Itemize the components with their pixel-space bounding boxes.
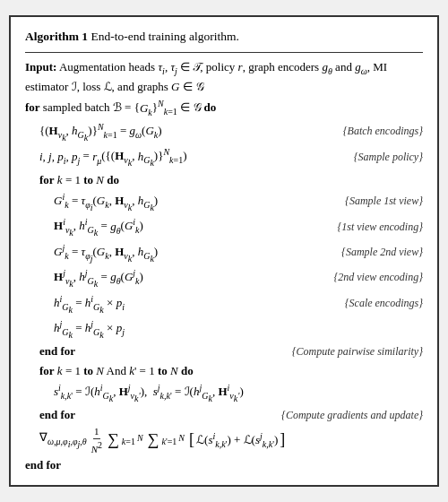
comment-gradients: {Compute gradients and update} — [281, 407, 423, 424]
for-kk-prime-text: for k = 1 to N And k' = 1 to N do — [39, 362, 423, 380]
skk-prime-line: sik,k' = ℐ(hiGk, Hjvk'), sjk,k' = ℐ(hjGk… — [25, 381, 423, 405]
gk-i-text: Gik = τφi(Gk, Hvk, hGk) — [54, 190, 338, 214]
algorithm-box: Algorithm 1 End-to-end training algorith… — [9, 15, 439, 486]
for-batch-line: for sampled batch ℬ = {Gk}Nk=1 ∈ 𝒢 do — [25, 97, 423, 118]
sample-policy-text: i, j, pi, pj = rμ({(Hvk, hGk)}Nk=1) — [39, 145, 347, 169]
for-k-line: for k = 1 to N do — [25, 171, 423, 189]
gk-j-line: Gjk = τφj(Gk, Hvk, hGk) {Sample 2nd view… — [25, 241, 423, 265]
algorithm-description: End-to-end training algorithm. — [91, 30, 239, 43]
input-line: Input: Augmentation heads τi, τj ∈ 𝒯, po… — [25, 58, 423, 96]
hgk-i-scale-line: hiGk = hiGk × pi {Scale encodings} — [25, 292, 423, 316]
end-for-kk-prime-line: end for {Compute gradients and update} — [25, 406, 423, 424]
sample-policy-line: i, j, pi, pj = rμ({(Hvk, hGk)}Nk=1) {Sam… — [25, 145, 423, 169]
gk-i-line: Gik = τφi(Gk, Hvk, hGk) {Sample 1st view… — [25, 190, 423, 214]
hvk-j-text: Hjvk, hjGk = gθ(Gjk) — [54, 266, 326, 290]
algorithm-header: Algorithm 1 End-to-end training algorith… — [25, 28, 423, 53]
end-for-outer-line: end for — [25, 456, 423, 474]
for-k-text: for k = 1 to N do — [39, 171, 423, 189]
comment-1st-view-encoding: {1st view encoding} — [337, 219, 423, 236]
comment-scale-encoding: {Scale encodings} — [345, 295, 423, 312]
gradient-text: ∇ω,μ,φi,φj,θ 1 N2 ∑ k=1 N ∑ k'=1 N [ ℒ(s… — [39, 425, 423, 454]
end-for-inner-text: end for — [39, 342, 285, 360]
hgk-j-scale-text: hjGk = hjGk × pj — [54, 317, 423, 342]
for-kk-prime-line: for k = 1 to N And k' = 1 to N do — [25, 362, 423, 380]
input-text: Input: Augmentation heads τi, τj ∈ 𝒯, po… — [25, 58, 423, 96]
skk-prime-text: sik,k' = ℐ(hiGk, Hjvk'), sjk,k' = ℐ(hjGk… — [54, 381, 423, 405]
end-for-outer-text: end for — [25, 456, 423, 474]
comment-batch-encoding: {Batch encodings} — [343, 123, 423, 140]
algorithm-title: Algorithm 1 — [25, 30, 88, 43]
comment-pairwise: {Compute pairwise similarity} — [292, 343, 423, 360]
batch-encoding-text: {(Hvk, hGk)}Nk=1 = gω(Gk) — [39, 120, 336, 144]
hvk-i-line: Hivk, hiGk = gθ(Gik) {1st view encoding} — [25, 215, 423, 239]
for-batch-text: for sampled batch ℬ = {Gk}Nk=1 ∈ 𝒢 do — [25, 97, 423, 118]
gk-j-text: Gjk = τφj(Gk, Hvk, hGk) — [54, 241, 334, 265]
gradient-line: ∇ω,μ,φi,φj,θ 1 N2 ∑ k=1 N ∑ k'=1 N [ ℒ(s… — [25, 425, 423, 454]
hvk-i-text: Hivk, hiGk = gθ(Gik) — [54, 215, 330, 239]
end-for-inner-line: end for {Compute pairwise similarity} — [25, 342, 423, 360]
end-for-kk-prime-text: end for — [39, 406, 274, 424]
algorithm-content: Input: Augmentation heads τi, τj ∈ 𝒯, po… — [25, 58, 423, 473]
comment-sample-1st-view: {Sample 1st view} — [345, 193, 423, 210]
comment-sample-policy: {Sample policy} — [354, 149, 423, 166]
comment-sample-2nd-view: {Sample 2nd view} — [341, 244, 423, 261]
comment-2nd-view-encoding: {2nd view encoding} — [333, 269, 423, 286]
hvk-j-line: Hjvk, hjGk = gθ(Gjk) {2nd view encoding} — [25, 266, 423, 290]
hgk-j-scale-line: hjGk = hjGk × pj — [25, 317, 423, 342]
batch-encoding-line: {(Hvk, hGk)}Nk=1 = gω(Gk) {Batch encodin… — [25, 120, 423, 144]
hgk-i-scale-text: hiGk = hiGk × pi — [54, 292, 338, 316]
